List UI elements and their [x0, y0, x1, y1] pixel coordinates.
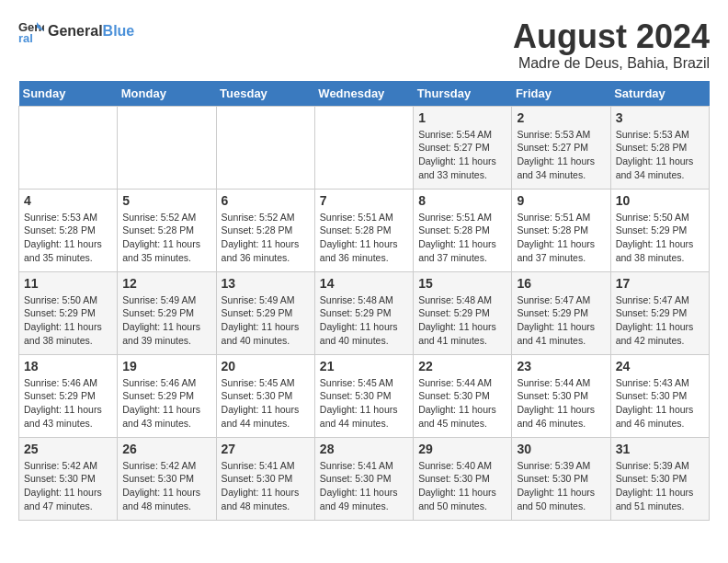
calendar-cell: 10Sunrise: 5:50 AM Sunset: 5:29 PM Dayli…	[610, 189, 709, 271]
weekday-saturday: Saturday	[610, 81, 709, 107]
day-info: Sunrise: 5:53 AM Sunset: 5:27 PM Dayligh…	[517, 128, 605, 182]
day-number: 7	[320, 193, 408, 208]
calendar-cell	[314, 106, 413, 189]
day-info: Sunrise: 5:49 AM Sunset: 5:29 PM Dayligh…	[222, 293, 310, 348]
calendar-cell	[118, 106, 216, 189]
day-info: Sunrise: 5:47 AM Sunset: 5:29 PM Dayligh…	[616, 293, 704, 348]
day-number: 19	[122, 359, 210, 373]
day-number: 5	[122, 193, 210, 208]
calendar-cell: 13Sunrise: 5:49 AM Sunset: 5:29 PM Dayli…	[216, 271, 314, 354]
day-info: Sunrise: 5:45 AM Sunset: 5:30 PM Dayligh…	[320, 376, 408, 431]
logo-icon: Gene ral	[18, 18, 44, 44]
calendar-cell: 20Sunrise: 5:45 AM Sunset: 5:30 PM Dayli…	[216, 354, 314, 437]
calendar-cell: 31Sunrise: 5:39 AM Sunset: 5:30 PM Dayli…	[610, 437, 709, 520]
day-number: 3	[616, 110, 704, 125]
calendar-cell	[216, 106, 314, 189]
day-number: 15	[418, 276, 506, 291]
day-number: 6	[222, 193, 310, 208]
calendar-cell: 12Sunrise: 5:49 AM Sunset: 5:29 PM Dayli…	[118, 271, 216, 354]
calendar-cell: 25Sunrise: 5:42 AM Sunset: 5:30 PM Dayli…	[19, 437, 118, 520]
calendar-cell: 27Sunrise: 5:41 AM Sunset: 5:30 PM Dayli…	[216, 437, 314, 520]
calendar-cell: 14Sunrise: 5:48 AM Sunset: 5:29 PM Dayli…	[314, 271, 413, 354]
weekday-friday: Friday	[512, 81, 610, 107]
day-info: Sunrise: 5:53 AM Sunset: 5:28 PM Dayligh…	[24, 211, 112, 265]
calendar-cell: 16Sunrise: 5:47 AM Sunset: 5:29 PM Dayli…	[512, 271, 610, 354]
day-info: Sunrise: 5:44 AM Sunset: 5:30 PM Dayligh…	[418, 376, 506, 431]
day-info: Sunrise: 5:50 AM Sunset: 5:29 PM Dayligh…	[24, 293, 112, 348]
day-number: 1	[418, 110, 506, 125]
day-info: Sunrise: 5:42 AM Sunset: 5:30 PM Dayligh…	[122, 459, 210, 513]
calendar-cell: 29Sunrise: 5:40 AM Sunset: 5:30 PM Dayli…	[414, 437, 512, 520]
weekday-wednesday: Wednesday	[314, 81, 413, 107]
day-number: 18	[24, 359, 112, 373]
day-info: Sunrise: 5:42 AM Sunset: 5:30 PM Dayligh…	[24, 459, 112, 513]
day-info: Sunrise: 5:46 AM Sunset: 5:29 PM Dayligh…	[24, 376, 112, 431]
day-number: 13	[222, 276, 310, 291]
day-info: Sunrise: 5:48 AM Sunset: 5:29 PM Dayligh…	[320, 293, 408, 348]
weekday-sunday: Sunday	[19, 81, 118, 107]
day-number: 22	[418, 359, 506, 373]
day-number: 11	[24, 276, 112, 291]
day-number: 28	[320, 442, 408, 456]
logo: Gene ral GeneralBlue	[18, 18, 134, 44]
calendar-cell: 22Sunrise: 5:44 AM Sunset: 5:30 PM Dayli…	[414, 354, 512, 437]
calendar-cell: 4Sunrise: 5:53 AM Sunset: 5:28 PM Daylig…	[19, 189, 118, 271]
calendar-cell: 7Sunrise: 5:51 AM Sunset: 5:28 PM Daylig…	[314, 189, 413, 271]
calendar-cell: 5Sunrise: 5:52 AM Sunset: 5:28 PM Daylig…	[118, 189, 216, 271]
day-number: 8	[418, 193, 506, 208]
day-info: Sunrise: 5:39 AM Sunset: 5:30 PM Dayligh…	[616, 459, 704, 513]
calendar-cell: 24Sunrise: 5:43 AM Sunset: 5:30 PM Dayli…	[610, 354, 709, 437]
day-number: 31	[616, 442, 704, 456]
calendar-week-2: 4Sunrise: 5:53 AM Sunset: 5:28 PM Daylig…	[19, 189, 710, 271]
day-number: 30	[517, 442, 605, 456]
day-info: Sunrise: 5:43 AM Sunset: 5:30 PM Dayligh…	[616, 376, 704, 431]
day-number: 10	[616, 193, 704, 208]
day-number: 20	[222, 359, 310, 373]
day-info: Sunrise: 5:48 AM Sunset: 5:29 PM Dayligh…	[418, 293, 506, 348]
day-number: 4	[24, 193, 112, 208]
calendar-title: August 2024	[513, 18, 710, 55]
weekday-header-row: SundayMondayTuesdayWednesdayThursdayFrid…	[19, 81, 710, 107]
calendar-cell: 9Sunrise: 5:51 AM Sunset: 5:28 PM Daylig…	[512, 189, 610, 271]
day-info: Sunrise: 5:41 AM Sunset: 5:30 PM Dayligh…	[222, 459, 310, 513]
day-info: Sunrise: 5:45 AM Sunset: 5:30 PM Dayligh…	[222, 376, 310, 431]
calendar-cell: 8Sunrise: 5:51 AM Sunset: 5:28 PM Daylig…	[414, 189, 512, 271]
calendar-cell: 18Sunrise: 5:46 AM Sunset: 5:29 PM Dayli…	[19, 354, 118, 437]
day-number: 24	[616, 359, 704, 373]
calendar-cell: 17Sunrise: 5:47 AM Sunset: 5:29 PM Dayli…	[610, 271, 709, 354]
calendar-week-5: 25Sunrise: 5:42 AM Sunset: 5:30 PM Dayli…	[19, 437, 710, 520]
calendar-table: SundayMondayTuesdayWednesdayThursdayFrid…	[18, 81, 710, 521]
day-number: 21	[320, 359, 408, 373]
day-info: Sunrise: 5:44 AM Sunset: 5:30 PM Dayligh…	[517, 376, 605, 431]
weekday-tuesday: Tuesday	[216, 81, 314, 107]
day-info: Sunrise: 5:40 AM Sunset: 5:30 PM Dayligh…	[418, 459, 506, 513]
calendar-week-3: 11Sunrise: 5:50 AM Sunset: 5:29 PM Dayli…	[19, 271, 710, 354]
day-info: Sunrise: 5:39 AM Sunset: 5:30 PM Dayligh…	[517, 459, 605, 513]
calendar-cell: 19Sunrise: 5:46 AM Sunset: 5:29 PM Dayli…	[118, 354, 216, 437]
day-info: Sunrise: 5:54 AM Sunset: 5:27 PM Dayligh…	[418, 128, 506, 182]
calendar-subtitle: Madre de Deus, Bahia, Brazil	[513, 55, 710, 72]
day-number: 17	[616, 276, 704, 291]
day-number: 14	[320, 276, 408, 291]
calendar-cell: 23Sunrise: 5:44 AM Sunset: 5:30 PM Dayli…	[512, 354, 610, 437]
calendar-cell: 6Sunrise: 5:52 AM Sunset: 5:28 PM Daylig…	[216, 189, 314, 271]
day-number: 25	[24, 442, 112, 456]
day-number: 16	[517, 276, 605, 291]
calendar-cell: 15Sunrise: 5:48 AM Sunset: 5:29 PM Dayli…	[414, 271, 512, 354]
calendar-cell: 26Sunrise: 5:42 AM Sunset: 5:30 PM Dayli…	[118, 437, 216, 520]
calendar-cell	[19, 106, 118, 189]
day-info: Sunrise: 5:53 AM Sunset: 5:28 PM Dayligh…	[616, 128, 704, 182]
calendar-cell: 2Sunrise: 5:53 AM Sunset: 5:27 PM Daylig…	[512, 106, 610, 189]
day-number: 23	[517, 359, 605, 373]
logo-text: GeneralBlue	[48, 23, 134, 40]
day-number: 26	[122, 442, 210, 456]
weekday-monday: Monday	[118, 81, 216, 107]
calendar-week-1: 1Sunrise: 5:54 AM Sunset: 5:27 PM Daylig…	[19, 106, 710, 189]
day-number: 9	[517, 193, 605, 208]
day-number: 27	[222, 442, 310, 456]
calendar-week-4: 18Sunrise: 5:46 AM Sunset: 5:29 PM Dayli…	[19, 354, 710, 437]
day-info: Sunrise: 5:51 AM Sunset: 5:28 PM Dayligh…	[517, 211, 605, 265]
day-info: Sunrise: 5:41 AM Sunset: 5:30 PM Dayligh…	[320, 459, 408, 513]
day-info: Sunrise: 5:51 AM Sunset: 5:28 PM Dayligh…	[418, 211, 506, 265]
title-block: August 2024 Madre de Deus, Bahia, Brazil	[513, 18, 710, 72]
